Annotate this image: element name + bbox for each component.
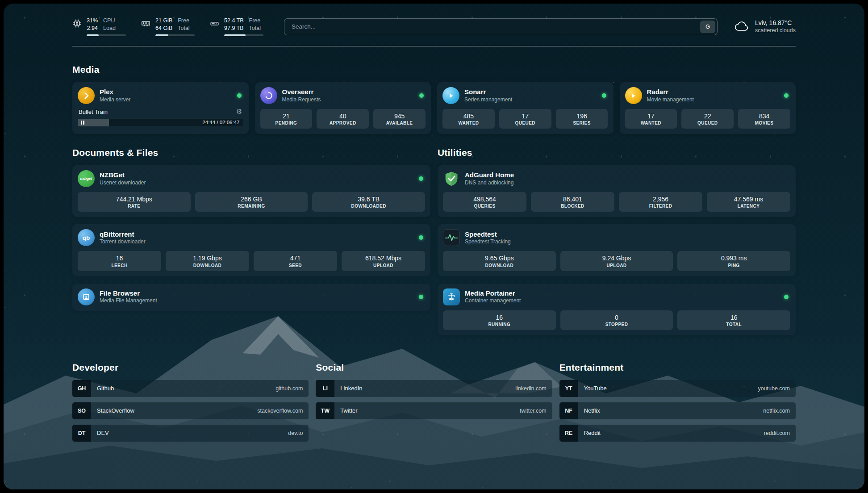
nzbget-icon-text: nzbget [80,176,92,181]
disk-free-label: Free [249,17,261,25]
app-card-plex[interactable]: Plex Media server Bullet Train ⚙ [72,82,249,134]
dashboard-screen: 31% 2.94 CPU Load [4,4,864,489]
bookmarks-developer: Developer GH Github github.com SO StackO… [72,362,309,447]
app-card-radarr[interactable]: Radarr Movie management 17 WANTED 2 [620,82,796,134]
app-card-nzbget[interactable]: nzbget NZBGet Usenet downloader 744.21 M… [72,165,430,217]
card-header: Overseerr Media Requests [260,87,426,104]
bookmark-reddit[interactable]: RE Reddit reddit.com [559,425,796,442]
status-dot [419,93,424,98]
memory-widget: 21 GiB 64 GiB Free Total [141,17,195,36]
app-title: Plex [100,88,130,96]
section-utilities: Utilities Ad [438,147,796,343]
bookmark-name: Twitter [334,407,357,414]
card-header: Sonarr Series management [442,87,608,104]
app-card-overseerr[interactable]: Overseerr Media Requests 21 PENDING [255,82,431,134]
app-card-speedtest[interactable]: Speedtest Speedtest Tracking 9.65 Gbps D… [438,224,796,276]
app-card-adguard[interactable]: AdGuard Home DNS and adblocking 498,564 … [438,165,796,217]
app-card-qbittorrent[interactable]: qb qBittorrent Torrent downloader 16 [72,224,430,276]
stat-ping: 0.993 ms PING [677,251,790,271]
radarr-icon [625,87,642,104]
bookmark-twitter[interactable]: TW Twitter twitter.com [316,402,552,419]
bookmark-url: youtube.com [758,385,796,392]
bookmark-abbr: DT [72,425,91,442]
app-title: Media Portainer [465,289,521,298]
status-dot [419,235,423,240]
speedtest-icon [443,229,460,246]
memory-progress-bar [155,34,195,36]
developer-heading: Developer [72,362,309,373]
cpu-progress-fill [87,34,99,36]
gear-icon[interactable]: ⚙ [236,108,242,116]
bookmark-url: dev.to [288,430,309,436]
bookmark-url: linkedin.com [515,385,552,392]
stat-approved: 40 APPROVED [317,109,369,129]
stat-wanted: 485 WANTED [442,109,495,129]
status-dot [419,295,423,299]
app-title: qBittorrent [100,230,146,239]
stat-download: 1.19 Gbps DOWNLOAD [166,251,249,271]
stats-row: 16 RUNNING 0 STOPPED 16 TOTAL [443,310,790,330]
status-dot [419,176,423,181]
bookmark-abbr: LI [316,380,334,397]
app-card-filebrowser[interactable]: File Browser Media File Management [72,284,430,311]
social-heading: Social [316,362,552,373]
weather-widget[interactable]: Lviv, 16.87°C scattered clouds [734,19,796,34]
bookmark-stackoverflow[interactable]: SO StackOverflow stackoverflow.com [72,402,309,419]
card-header: Speedtest Speedtest Tracking [443,229,790,246]
playback-progress-bar[interactable]: 24:44 / 02:06:47 [78,119,243,126]
stat-rate: 744.21 Mbps RATE [78,192,191,212]
bookmark-youtube[interactable]: YT YouTube youtube.com [559,380,796,397]
stat-filtered: 2,956 FILTERED [619,192,702,212]
stat-upload: 9.24 Gbps UPLOAD [560,251,673,271]
bookmark-name: LinkedIn [334,385,362,392]
app-card-portainer[interactable]: Media Portainer Container management 16 … [438,284,796,335]
card-header: nzbget NZBGet Usenet downloader [78,170,425,187]
topbar: 31% 2.94 CPU Load [72,14,796,36]
bookmark-url: reddit.com [764,430,796,436]
app-title: Sonarr [464,88,512,96]
stat-seed: 471 SEED [254,251,337,271]
stat-available: 945 AVAILABLE [373,109,426,129]
app-subtitle: Media Requests [282,96,321,103]
search-input[interactable] [291,23,700,30]
qbittorrent-icon: qb [78,229,95,246]
app-card-sonarr[interactable]: Sonarr Series management 485 WANTED [437,82,613,134]
memory-icon [141,17,150,36]
dashboard-content: 31% 2.94 CPU Load [4,4,864,447]
stats-row: 17 WANTED 22 QUEUED 834 MOVIES [625,109,791,129]
cpu-load-value: 2.94 [87,25,98,32]
bookmark-name: StackOverflow [91,407,134,414]
app-title: AdGuard Home [465,171,514,180]
qbittorrent-icon-text: qb [83,234,90,241]
search-provider-button[interactable]: G [700,21,715,33]
disk-total-value: 97.9 TB [224,25,244,32]
bookmark-url: stackoverflow.com [257,408,309,414]
bookmark-dev[interactable]: DT DEV dev.to [72,425,309,442]
bookmark-netflix[interactable]: NF Netflix netflix.com [559,402,796,419]
stat-total: 16 TOTAL [677,310,790,330]
app-subtitle: DNS and adblocking [465,180,514,186]
stat-movies: 834 MOVIES [738,109,790,129]
portainer-icon [443,288,460,305]
sonarr-icon [442,87,459,104]
bookmark-url: netflix.com [763,408,796,414]
status-dot [237,93,242,98]
weather-location: Lviv, 16.87°C [755,19,796,27]
section-media: Media Plex Media server [72,64,796,134]
app-subtitle: Usenet downloader [100,180,146,186]
bookmark-abbr: GH [72,380,91,397]
cpu-load-label: Load [103,25,116,32]
cpu-label: CPU [103,17,116,25]
app-title: Radarr [647,88,694,96]
disk-total-label: Total [249,25,261,32]
pause-icon[interactable] [81,121,84,125]
entertainment-heading: Entertainment [559,362,796,373]
app-subtitle: Container management [465,297,521,304]
stat-running: 16 RUNNING [443,310,556,330]
bookmark-linkedin[interactable]: LI LinkedIn linkedin.com [316,380,552,397]
window-frame: 31% 2.94 CPU Load [0,0,868,493]
status-dot [602,93,606,98]
bookmark-abbr: NF [559,402,578,419]
bookmark-github[interactable]: GH Github github.com [72,380,309,397]
now-playing-row: Bullet Train ⚙ [78,108,243,116]
